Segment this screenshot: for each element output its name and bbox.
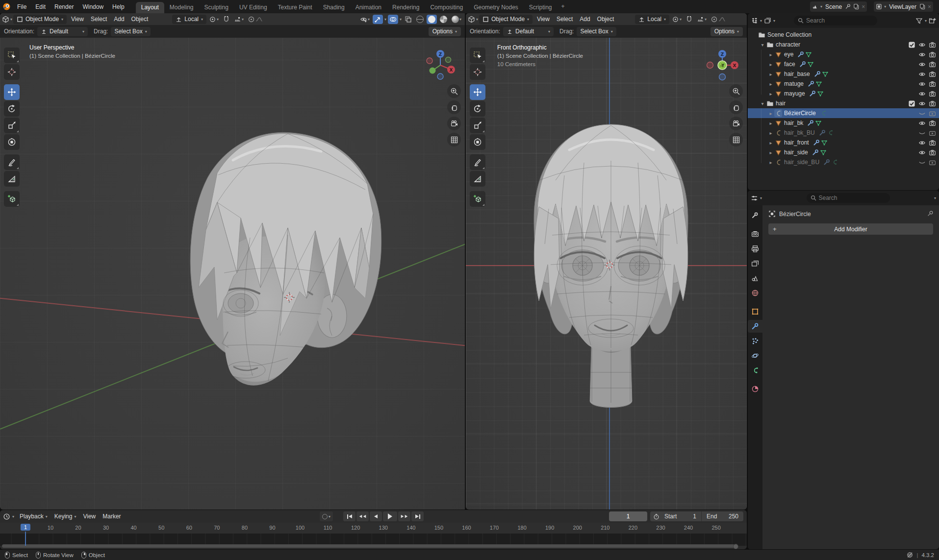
workspace-tab-sculpting[interactable]: Sculpting — [199, 2, 234, 13]
outliner-row-face[interactable]: ▸face — [748, 59, 939, 69]
camera-icon[interactable] — [929, 90, 936, 97]
new-scene-icon[interactable] — [853, 3, 860, 10]
overlays-toggle[interactable] — [388, 15, 398, 24]
timeline-editor-icon[interactable] — [3, 513, 10, 520]
outliner-row-mayuge[interactable]: ▸mayuge — [748, 89, 939, 98]
shading-wireframe-button[interactable] — [415, 15, 425, 24]
workspace-tab-modeling[interactable]: Modeling — [164, 2, 199, 13]
editor-type-icon[interactable] — [2, 16, 9, 23]
camera-icon[interactable] — [929, 60, 936, 68]
checkbox-icon[interactable] — [908, 41, 915, 48]
eye-icon[interactable] — [918, 70, 926, 77]
options-dropdown[interactable]: Options ▾ — [711, 27, 743, 36]
expander-icon[interactable]: ▸ — [767, 72, 774, 77]
eye-icon[interactable] — [918, 41, 926, 48]
shading-rendered-button[interactable]: ▾ — [450, 15, 463, 24]
eye-icon[interactable] — [918, 60, 926, 68]
options-dropdown[interactable]: Options ▾ — [429, 27, 461, 36]
outliner-row-hair-bk-bu[interactable]: ▸hair_bk_BU — [748, 128, 939, 138]
proportional-editing-toggle[interactable] — [709, 15, 727, 24]
end-frame-field[interactable]: End 250 — [702, 513, 743, 520]
snap-toggle[interactable] — [684, 15, 694, 24]
outliner-row-hair-front[interactable]: ▸hair_front — [748, 138, 939, 147]
orientation-default-dropdown[interactable]: Default ▾ — [37, 27, 88, 36]
workspace-tab-geometry-nodes[interactable]: Geometry Nodes — [468, 2, 524, 13]
toggle-ortho-button[interactable] — [447, 133, 461, 146]
properties-search-input[interactable] — [819, 195, 878, 201]
new-view-layer-icon[interactable] — [919, 3, 926, 10]
drag-mode-dropdown[interactable]: Select Box ▾ — [111, 27, 150, 36]
transform-orientation-dropdown[interactable]: Local ▾ — [635, 15, 669, 24]
workspace-tab-texture-paint[interactable]: Texture Paint — [273, 2, 318, 13]
eye-closed-icon[interactable] — [918, 158, 926, 166]
timeline-menu-marker[interactable]: Marker — [99, 513, 124, 520]
playhead[interactable] — [25, 532, 26, 546]
properties-tab-tool[interactable] — [748, 209, 762, 222]
xray-toggle[interactable] — [403, 15, 413, 24]
expander-icon[interactable]: ▸ — [767, 62, 774, 67]
expander-icon[interactable]: ▸ — [767, 140, 774, 146]
new-collection-icon[interactable] — [929, 17, 936, 24]
outliner-search-input[interactable] — [806, 17, 865, 24]
expander-icon[interactable]: ▸ — [767, 81, 774, 87]
viewport-menu-add[interactable]: Add — [576, 16, 593, 23]
properties-tab-object-data[interactable] — [748, 364, 762, 377]
gizmos-toggle[interactable] — [373, 15, 383, 24]
viewport-menu-select[interactable]: Select — [553, 16, 576, 23]
properties-tab-view-layer[interactable] — [748, 257, 762, 270]
navigation-gizmo[interactable]: Z X — [423, 48, 458, 83]
eye-icon[interactable] — [918, 139, 926, 146]
expander-icon[interactable]: ▸ — [767, 121, 774, 126]
workspace-tab-compositing[interactable]: Compositing — [425, 2, 468, 13]
outliner-row-scene-collection[interactable]: Scene Collection — [748, 30, 939, 40]
properties-editor-icon[interactable] — [751, 195, 758, 202]
checkbox-icon[interactable] — [908, 99, 915, 107]
camera-view-button[interactable] — [729, 117, 743, 130]
properties-options-dropdown[interactable]: ▾ — [934, 196, 936, 200]
properties-tab-scene[interactable] — [748, 272, 762, 285]
snap-toggle[interactable] — [221, 15, 231, 24]
breadcrumb-object-name[interactable]: BézierCircle — [779, 211, 811, 218]
expander-icon[interactable]: ▸ — [767, 91, 774, 97]
viewport-3d-right[interactable]: ▾ Object Mode ▾ ViewSelectAddObject Loca… — [466, 13, 747, 510]
eye-icon[interactable] — [918, 90, 926, 97]
add-modifier-button[interactable]: + Add Modifier — [768, 223, 933, 235]
outliner-row-eye[interactable]: ▸eye — [748, 49, 939, 59]
outliner-row-hair-side[interactable]: ▸hair_side — [748, 147, 939, 157]
tool-transform-button[interactable] — [470, 134, 485, 150]
tool-add-cube-button[interactable] — [4, 191, 20, 207]
pivot-point-dropdown[interactable]: ▾ — [670, 15, 683, 24]
workspace-tab-layout[interactable]: Layout — [136, 2, 164, 13]
auto-keying-toggle[interactable]: ▾ — [320, 511, 333, 521]
tool-measure-button[interactable] — [4, 171, 20, 187]
outliner-row-hair-base[interactable]: ▸hair_base — [748, 69, 939, 79]
tool-cursor-button[interactable] — [4, 64, 20, 80]
mode-dropdown[interactable]: Object Mode ▾ — [479, 15, 533, 24]
view-layer-selector[interactable]: ▾ ViewLayer × — [874, 1, 933, 12]
overlays-dropdown[interactable]: ▾ — [400, 17, 402, 22]
expander-icon[interactable]: ▾ — [759, 42, 766, 48]
properties-search[interactable] — [807, 193, 890, 203]
camera-icon[interactable] — [929, 70, 936, 77]
play-button[interactable] — [383, 511, 397, 521]
snap-settings-dropdown[interactable]: ▾ — [695, 15, 708, 24]
gizmos-dropdown[interactable]: ▾ — [384, 17, 386, 22]
properties-tab-object[interactable] — [748, 305, 762, 318]
pan-hand-button[interactable] — [729, 100, 743, 114]
object-visibility-dropdown[interactable]: ▾ — [358, 15, 371, 24]
outliner-search[interactable] — [794, 16, 877, 25]
properties-tab-particles[interactable] — [748, 335, 762, 347]
timeline-menu-view[interactable]: View — [79, 513, 99, 520]
tool-scale-button[interactable] — [470, 118, 485, 133]
properties-tab-physics[interactable] — [748, 349, 762, 362]
outliner-row-hair-side-bu[interactable]: ▸hair_side_BU — [748, 157, 939, 167]
camera-icon[interactable] — [929, 80, 936, 87]
eye-closed-icon[interactable] — [918, 109, 926, 117]
eye-icon[interactable] — [918, 80, 926, 87]
camera-icon[interactable] — [929, 50, 936, 58]
outliner-row-hair-bk[interactable]: ▸hair_bk — [748, 118, 939, 128]
display-mode-icon[interactable] — [764, 17, 771, 24]
workspace-tab-scripting[interactable]: Scripting — [524, 2, 558, 13]
filter-icon[interactable] — [915, 17, 923, 24]
menu-edit[interactable]: Edit — [31, 1, 50, 12]
